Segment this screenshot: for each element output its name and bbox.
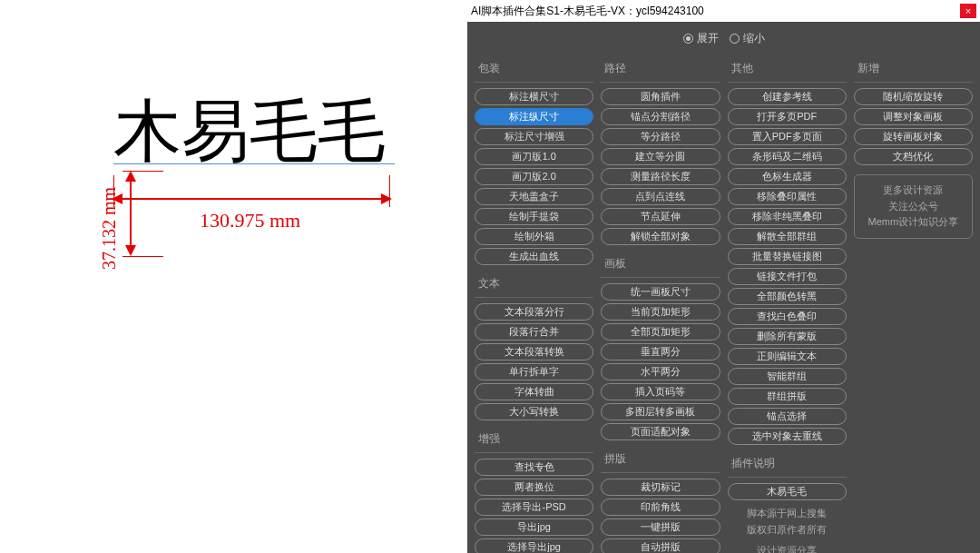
btn-remove-nonblack-op[interactable]: 移除非纯黑叠印 (728, 208, 847, 225)
btn-bleed[interactable]: 生成出血线 (475, 248, 593, 265)
radio-collapse[interactable]: 缩小 (730, 31, 765, 46)
btn-random-scale-rot[interactable]: 随机缩放旋转 (854, 88, 973, 105)
btn-ungroup-all[interactable]: 解散全部群组 (728, 228, 847, 245)
btn-circle-divide[interactable]: 建立等分圆 (601, 148, 720, 165)
btn-split-v[interactable]: 垂直两分 (601, 343, 720, 360)
btn-batch-relink[interactable]: 批量替换链接图 (728, 248, 847, 265)
radio-dot-on-icon (683, 34, 693, 44)
btn-layers-to-ab[interactable]: 多图层转多画板 (601, 403, 720, 420)
btn-swap[interactable]: 两者换位 (475, 479, 593, 496)
btn-smart-group[interactable]: 智能群组 (728, 368, 847, 385)
btn-outerbox[interactable]: 绘制外箱 (475, 228, 593, 245)
section-imposition: 拼版 裁切标记 印前角线 一键拼版 自动拼版 阵列复制 标记线生成 (601, 449, 720, 553)
view-toggle: 展开 缩小 (475, 31, 973, 46)
section-enhance: 增强 查找专色 两者换位 选择导出-PSD 导出jpg 选择导出jpg 选择增强… (475, 430, 593, 553)
btn-label-width[interactable]: 标注横尺寸 (475, 88, 593, 105)
panel-titlebar[interactable]: AI脚本插件合集S1-木易毛毛-VX：ycl594243100 × (467, 0, 980, 22)
arrow-down-icon (125, 245, 136, 256)
btn-export-jpg[interactable]: 导出jpg (475, 518, 593, 536)
text-baseline (113, 163, 395, 164)
arrow-right-icon (381, 193, 392, 204)
btn-barcode[interactable]: 条形码及二维码 (728, 148, 847, 165)
arrow-left-icon (112, 193, 122, 204)
btn-rect-current[interactable]: 当前页加矩形 (601, 303, 720, 321)
btn-delete-masks[interactable]: 删除所有蒙版 (728, 328, 847, 345)
btn-place-pdf[interactable]: 置入PDF多页面 (728, 128, 847, 145)
btn-anchor-select[interactable]: 锚点选择 (728, 408, 847, 425)
btn-extend-node[interactable]: 节点延伸 (601, 208, 720, 225)
btn-export-psd[interactable]: 选择导出-PSD (475, 499, 593, 516)
info-source: 脚本源于网上搜集 版权归原作者所有 (728, 506, 847, 538)
btn-oneclick-impose[interactable]: 一键拼版 (601, 518, 720, 536)
btn-find-spot[interactable]: 查找专色 (475, 459, 593, 476)
btn-label-enhance[interactable]: 标注尺寸增强 (475, 128, 593, 145)
btn-round-corner[interactable]: 圆角插件 (601, 88, 720, 105)
btn-split-h[interactable]: 水平两分 (601, 363, 720, 380)
btn-doc-optimize[interactable]: 文档优化 (854, 148, 973, 165)
btn-auto-impose[interactable]: 自动拼版 (601, 538, 720, 553)
btn-split-anchor[interactable]: 锚点分割路径 (601, 108, 720, 125)
btn-unlock-all[interactable]: 解锁全部对象 (601, 228, 720, 245)
section-new: 新增 随机缩放旋转 调整对象画板 旋转画板对象 文档优化 (854, 59, 973, 165)
section-header: 文本 (475, 274, 593, 298)
btn-page-number[interactable]: 插入页码等 (601, 383, 720, 400)
info-resources: 更多设计资源 关注公众号 Memm设计知识分享 (854, 174, 973, 239)
section-header: 画板 (601, 254, 720, 278)
btn-prepress-corners[interactable]: 印前角线 (601, 499, 720, 516)
radio-dot-off-icon (730, 34, 740, 44)
btn-adjust-obj-ab[interactable]: 调整对象画板 (854, 108, 973, 125)
section-packaging: 包装 标注横尺寸 标注纵尺寸 标注尺寸增强 画刀版1.0 画刀版2.0 天地盖盒… (475, 59, 593, 265)
btn-case[interactable]: 大小写转换 (475, 403, 593, 420)
section-header: 其他 (728, 59, 847, 83)
column-4: 新增 随机缩放旋转 调整对象画板 旋转画板对象 文档优化 更多设计资源 关注公众… (854, 59, 973, 553)
section-header: 拼版 (601, 449, 720, 473)
radio-expand[interactable]: 展开 (683, 31, 719, 46)
btn-bag[interactable]: 绘制手提袋 (475, 208, 593, 225)
btn-sel-export-jpg[interactable]: 选择导出jpg (475, 538, 593, 553)
btn-para-split[interactable]: 文本段落分行 (475, 303, 593, 321)
btn-all-to-black[interactable]: 全部颜色转黑 (728, 288, 847, 305)
close-button[interactable]: × (960, 4, 976, 18)
dim-h-label: 130.975 mm (200, 209, 300, 232)
btn-lidbox[interactable]: 天地盖盒子 (475, 188, 593, 205)
btn-regex-text[interactable]: 正则编辑文本 (728, 348, 847, 365)
btn-open-pdf[interactable]: 打开多页PDF (728, 108, 847, 125)
btn-para-convert[interactable]: 文本段落转换 (475, 343, 593, 360)
btn-label-height[interactable]: 标注纵尺寸 (475, 108, 593, 125)
btn-author[interactable]: 木易毛毛 (728, 483, 847, 500)
btn-unify-artboard[interactable]: 统一画板尺寸 (601, 283, 720, 301)
btn-rotate-ab-obj[interactable]: 旋转画板对象 (854, 128, 973, 145)
btn-fit-page[interactable]: 页面适配对象 (601, 423, 720, 440)
btn-outline-font[interactable]: 字体转曲 (475, 383, 593, 400)
column-2: 路径 圆角插件 锚点分割路径 等分路径 建立等分圆 测量路径长度 点到点连线 节… (601, 59, 720, 553)
section-other: 其他 创建参考线 打开多页PDF 置入PDF多页面 条形码及二维码 色标生成器 … (728, 59, 847, 445)
panel-title: AI脚本插件合集S1-木易毛毛-VX：ycl594243100 (471, 4, 960, 19)
section-artboard: 画板 统一画板尺寸 当前页加矩形 全部页加矩形 垂直两分 水平两分 插入页码等 … (601, 254, 720, 440)
section-header: 路径 (601, 59, 720, 83)
btn-find-white-op[interactable]: 查找白色叠印 (728, 308, 847, 325)
btn-dieline-1[interactable]: 画刀版1.0 (475, 148, 593, 165)
btn-guides[interactable]: 创建参考线 (728, 88, 847, 105)
btn-para-merge[interactable]: 段落行合并 (475, 323, 593, 341)
btn-rect-all[interactable]: 全部页加矩形 (601, 323, 720, 341)
btn-crop-marks[interactable]: 裁切标记 (601, 479, 720, 496)
btn-dieline-2[interactable]: 画刀版2.0 (475, 168, 593, 185)
plugin-panel: AI脚本插件合集S1-木易毛毛-VX：ycl594243100 × 展开 缩小 … (467, 0, 980, 553)
btn-package-links[interactable]: 链接文件打包 (728, 268, 847, 285)
button-columns: 包装 标注横尺寸 标注纵尺寸 标注尺寸增强 画刀版1.0 画刀版2.0 天地盖盒… (475, 59, 973, 553)
btn-remove-overprint[interactable]: 移除叠印属性 (728, 188, 847, 205)
btn-connect-pts[interactable]: 点到点连线 (601, 188, 720, 205)
btn-dedup-lines[interactable]: 选中对象去重线 (728, 428, 847, 445)
btn-swatch-gen[interactable]: 色标生成器 (728, 168, 847, 185)
canvas-area: 37.132 mm 木易毛毛 130.975 mm (0, 0, 467, 553)
info-contact: 设计资源分享 VX：ycl594243100 (728, 543, 847, 553)
btn-divide-path[interactable]: 等分路径 (601, 128, 720, 145)
btn-measure-path[interactable]: 测量路径长度 (601, 168, 720, 185)
column-1: 包装 标注横尺寸 标注纵尺寸 标注尺寸增强 画刀版1.0 画刀版2.0 天地盖盒… (475, 59, 593, 553)
section-header: 包装 (475, 59, 593, 83)
section-header: 插件说明 (728, 454, 847, 478)
panel-body: 展开 缩小 包装 标注横尺寸 标注纵尺寸 标注尺寸增强 画刀版1.0 画刀版2.… (467, 22, 980, 553)
section-text: 文本 文本段落分行 段落行合并 文本段落转换 单行拆单字 字体转曲 大小写转换 (475, 274, 593, 420)
btn-group-impose[interactable]: 群组拼版 (728, 388, 847, 405)
btn-split-chars[interactable]: 单行拆单字 (475, 363, 593, 380)
